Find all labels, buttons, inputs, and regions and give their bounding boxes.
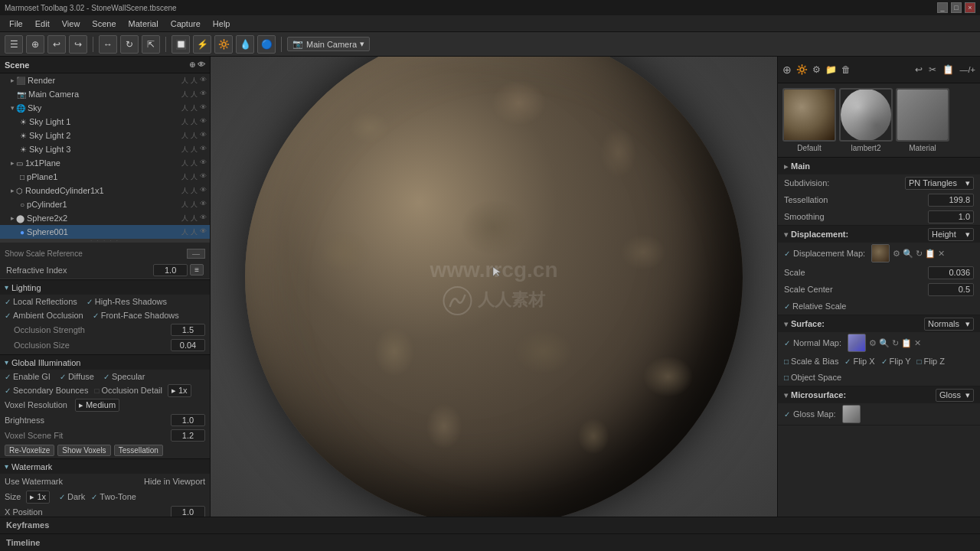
flip-x-cb[interactable]: ✓ Flip X <box>844 357 874 366</box>
normal-thumb[interactable] <box>848 334 866 352</box>
toolbar-btn-5[interactable]: 🔲 <box>172 35 190 54</box>
toolbar-btn-9[interactable]: 🔵 <box>257 35 276 54</box>
gi-header[interactable]: ▾ Global Illumination <box>0 354 210 370</box>
occlusion-strength-value[interactable]: 1.5 <box>171 324 205 336</box>
watermark-header[interactable]: ▾ Watermark <box>0 458 210 474</box>
rp-icon-folder[interactable]: 📁 <box>825 64 837 75</box>
menu-view[interactable]: View <box>56 18 87 30</box>
menu-edit[interactable]: Edit <box>29 18 56 30</box>
ambient-occlusion-cb[interactable]: ✓ Ambient Occlusion <box>5 311 83 320</box>
viewport[interactable]: www.rrcg.cn 人人素材 <box>211 57 777 517</box>
specular-cb[interactable]: ✓ Specular <box>103 372 145 381</box>
dark-cb[interactable]: ✓ Dark <box>59 492 85 501</box>
disp-copy-icon[interactable]: 📋 <box>925 249 936 259</box>
microsurface-header[interactable]: ▾ Microsurface: Gloss ▾ <box>778 386 980 403</box>
camera-selector[interactable]: 📷 Main Camera ▾ <box>287 37 370 51</box>
minimize-button[interactable]: _ <box>937 2 948 13</box>
toolbar-btn-7[interactable]: 🔆 <box>214 35 233 54</box>
occlusion-detail-cb[interactable]: □ Occlusion Detail <box>94 386 162 395</box>
toolbar-transform-3[interactable]: ⇱ <box>142 35 160 54</box>
normal-refresh-icon[interactable]: ↻ <box>892 338 899 348</box>
tree-item-sphere2x2[interactable]: ▸ ⬤ Sphere2x2 人 人 👁 <box>0 211 210 225</box>
disp-scale-center-value[interactable]: 0.5 <box>928 283 974 296</box>
menu-scene[interactable]: Scene <box>86 18 122 30</box>
microsurface-mode[interactable]: Gloss ▾ <box>936 389 974 402</box>
tree-item-plane[interactable]: ▸ ▭ 1x1Plane 人 人 👁 <box>0 156 210 170</box>
smoothing-value[interactable]: 1.0 <box>928 210 974 223</box>
material-preview-material[interactable]: Material <box>896 88 949 152</box>
normal-copy-icon[interactable]: 📋 <box>901 338 912 348</box>
menu-material[interactable]: Material <box>122 18 165 30</box>
maximize-button[interactable]: □ <box>951 2 962 13</box>
brightness-value[interactable]: 1.0 <box>171 414 205 426</box>
toolbar-btn-2[interactable]: ⊕ <box>26 35 44 54</box>
normal-close-icon[interactable]: ✕ <box>914 338 921 348</box>
menu-help[interactable]: Help <box>207 18 237 30</box>
displacement-enable[interactable]: ✓ <box>784 249 790 258</box>
rp-icon-gear[interactable]: ⚙ <box>812 64 821 75</box>
toolbar-transform-2[interactable]: ↻ <box>120 35 139 54</box>
surface-header[interactable]: ▾ Surface: Normals ▾ <box>778 315 980 332</box>
enable-gi-cb[interactable]: ✓ Enable GI <box>5 372 51 381</box>
relative-scale-cb[interactable]: ✓ Relative Scale <box>784 302 846 311</box>
local-reflections-cb[interactable]: ✓ Local Reflections <box>5 297 77 306</box>
front-face-shadows-cb[interactable]: ✓ Front-Face Shadows <box>93 311 179 320</box>
surface-mode[interactable]: Normals ▾ <box>924 318 974 331</box>
rp-icon-cut[interactable]: ✂ <box>929 64 936 75</box>
material-preview-lambert2[interactable]: lambert2 <box>839 88 893 152</box>
tree-item-sky[interactable]: ▾ 🌐 Sky 人 人 👁 <box>0 101 210 115</box>
high-res-shadows-cb[interactable]: ✓ High-Res Shadows <box>87 297 167 306</box>
gloss-thumb[interactable] <box>842 405 861 423</box>
tree-item-pplane1[interactable]: □ pPlane1 人 人 👁 <box>0 170 210 184</box>
scale-bias-cb[interactable]: □ Scale & Bias <box>784 357 838 366</box>
main-section-header[interactable]: ▸ Main <box>778 158 980 174</box>
tessellation-btn[interactable]: Tessellation <box>114 445 163 456</box>
normal-map-enable[interactable]: ✓ <box>784 339 790 347</box>
tree-item-camera[interactable]: 📷 Main Camera 人 人 👁 <box>0 87 210 101</box>
normal-gear-icon[interactable]: ⚙ <box>869 338 877 348</box>
normal-zoom-icon[interactable]: 🔍 <box>879 338 890 348</box>
tree-item-light1[interactable]: ☀ Sky Light 1 人 人 👁 <box>0 115 210 129</box>
occlusion-size-value[interactable]: 0.04 <box>171 339 205 351</box>
tessellation-value[interactable]: 199.8 <box>928 194 974 207</box>
menu-capture[interactable]: Capture <box>165 18 207 30</box>
rp-icon-undo[interactable]: ↩ <box>915 64 923 75</box>
voxel-scene-fit-value[interactable]: 1.2 <box>171 429 205 442</box>
tree-item-light2[interactable]: ☀ Sky Light 2 人 人 👁 <box>0 129 210 142</box>
rp-icon-trash[interactable]: 🗑 <box>841 64 851 75</box>
subdivision-dropdown[interactable]: PN Triangles ▾ <box>905 177 974 190</box>
flip-y-cb[interactable]: ✓ Flip Y <box>881 357 911 366</box>
object-space-cb[interactable]: □ Object Space <box>784 373 841 382</box>
tree-item-pcylinder1[interactable]: ○ pCylinder1 人 人 👁 <box>0 197 210 211</box>
toolbar-btn-8[interactable]: 💧 <box>236 35 254 54</box>
gloss-map-enable[interactable]: ✓ <box>784 410 790 419</box>
lighting-header[interactable]: ▾ Lighting <box>0 279 210 295</box>
menu-file[interactable]: File <box>3 18 29 30</box>
rp-icon-add[interactable]: ⊕ <box>782 64 792 76</box>
size-dropdown[interactable]: ▸ 1x <box>26 491 50 504</box>
displacement-thumb[interactable] <box>871 244 890 262</box>
toolbar-btn-6[interactable]: ⚡ <box>193 35 211 54</box>
x-position-value[interactable]: 1.0 <box>171 506 205 517</box>
voxel-resolution-dropdown[interactable]: ▸ Medium <box>75 399 119 412</box>
toolbar-btn-4[interactable]: ↪ <box>69 35 87 54</box>
refractive-btn[interactable]: ≡ <box>190 264 204 276</box>
diffuse-cb[interactable]: ✓ Diffuse <box>60 372 94 381</box>
displacement-header[interactable]: ▾ Displacement: Height ▾ <box>778 226 980 243</box>
toolbar-btn-3[interactable]: ↩ <box>47 35 66 54</box>
show-voxels-btn[interactable]: Show Voxels <box>57 445 110 456</box>
disp-zoom-icon[interactable]: 🔍 <box>903 249 913 259</box>
toolbar-btn-1[interactable]: ☰ <box>5 35 23 54</box>
rp-icon-copy[interactable]: 📋 <box>942 64 954 75</box>
two-tone-cb[interactable]: ✓ Two-Tone <box>91 492 136 501</box>
flip-z-cb[interactable]: □ Flip Z <box>916 357 945 366</box>
material-preview-default[interactable]: Default <box>782 88 836 152</box>
disp-scale-value[interactable]: 0.036 <box>928 266 974 279</box>
close-button[interactable]: × <box>965 2 975 13</box>
tree-item-light3[interactable]: ☀ Sky Light 3 人 人 👁 <box>0 142 210 156</box>
toolbar-transform-1[interactable]: ↔ <box>99 35 117 54</box>
rp-icon-light[interactable]: 🔆 <box>796 64 808 75</box>
disp-refresh-icon[interactable]: ↻ <box>916 249 923 259</box>
tree-item-rcylinder[interactable]: ▸ ⬡ RoundedCylinder1x1 人 人 👁 <box>0 184 210 197</box>
window-controls[interactable]: _ □ × <box>937 2 975 13</box>
